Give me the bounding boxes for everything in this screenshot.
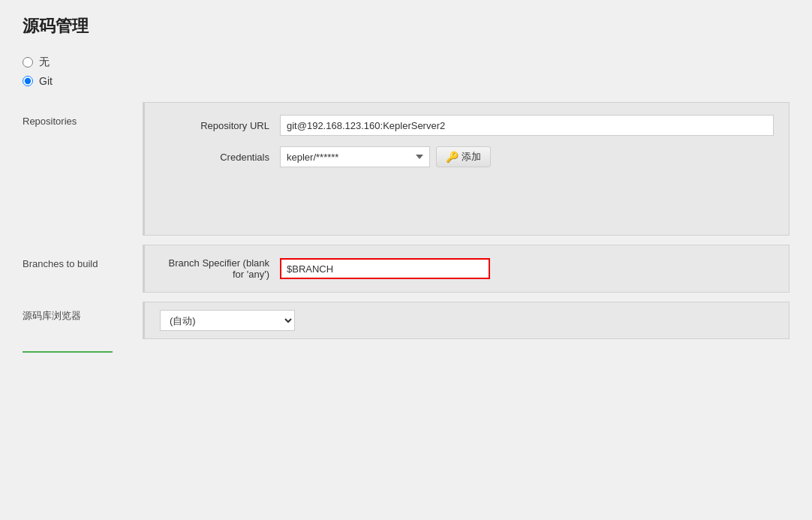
empty-space-repo	[160, 178, 774, 223]
branches-label: Branches to build	[23, 245, 143, 269]
radio-git-input[interactable]	[23, 76, 33, 86]
source-browser-content: (自动)	[143, 302, 789, 339]
radio-none-input[interactable]	[23, 57, 33, 68]
bottom-divider	[23, 351, 113, 353]
credentials-controls: kepler/****** 🔑 添加	[280, 146, 491, 167]
branch-specifier-row: Branch Specifier (blank for 'any')	[160, 257, 774, 280]
repositories-section: Repositories Repository URL Credentials …	[23, 102, 789, 239]
credentials-label: Credentials	[160, 152, 280, 163]
repositories-content: Repository URL Credentials kepler/******…	[143, 102, 789, 236]
source-browser-select[interactable]: (自动)	[160, 310, 295, 331]
credentials-select[interactable]: kepler/******	[280, 146, 430, 167]
repo-url-label: Repository URL	[160, 120, 280, 131]
repositories-label: Repositories	[23, 102, 143, 127]
add-icon: 🔑	[446, 151, 459, 163]
radio-none-label: 无	[39, 56, 50, 69]
page-title: 源码管理	[23, 15, 789, 38]
add-credentials-button[interactable]: 🔑 添加	[436, 146, 491, 167]
radio-git-label: Git	[39, 75, 53, 87]
radio-none[interactable]: 无	[23, 56, 789, 69]
scm-radio-group: 无 Git	[23, 56, 789, 87]
branches-content: Branch Specifier (blank for 'any')	[143, 245, 789, 293]
radio-git[interactable]: Git	[23, 75, 789, 87]
branch-specifier-input[interactable]	[280, 258, 490, 279]
repo-url-row: Repository URL	[160, 115, 774, 136]
branch-specifier-label: Branch Specifier (blank for 'any')	[160, 257, 280, 280]
source-browser-section: 源码库浏览器 (自动)	[23, 302, 789, 339]
add-btn-label: 添加	[462, 150, 481, 164]
page-container: 源码管理 无 Git Repositories Repository URL C…	[0, 0, 812, 520]
credentials-row: Credentials kepler/****** 🔑 添加	[160, 146, 774, 167]
branches-section: Branches to build Branch Specifier (blan…	[23, 245, 789, 296]
repo-url-input[interactable]	[280, 115, 774, 136]
source-browser-label: 源码库浏览器	[23, 302, 143, 323]
